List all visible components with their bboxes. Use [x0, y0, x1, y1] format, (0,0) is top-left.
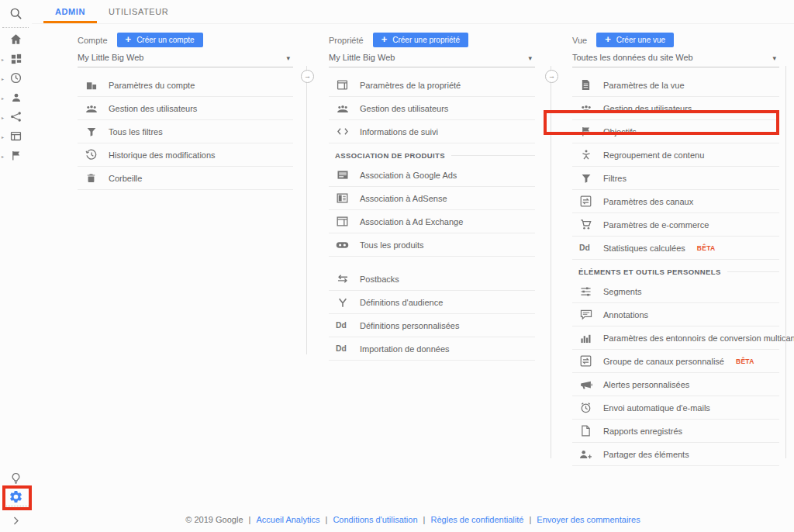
menu-item-importation-de-donnees[interactable]: DdImportation de données [329, 337, 535, 361]
menu-item-objectifs[interactable]: Objectifs [572, 120, 779, 143]
sidebar-item-conversions[interactable]: ▸ [0, 147, 32, 167]
code-icon [335, 126, 350, 138]
menu-item-corbeille[interactable]: Corbeille [78, 167, 293, 190]
search-icon [9, 7, 22, 23]
plus-icon: + [605, 34, 611, 44]
menu-item-parametres-du-compte[interactable]: Paramètres du compte [78, 74, 293, 97]
grid-icon [11, 54, 22, 67]
tab-admin[interactable]: ADMIN [43, 0, 97, 23]
footer-link-conditions-d-utilisation[interactable]: Conditions d'utilisation [333, 515, 417, 524]
bubble-icon [578, 309, 593, 321]
menu-item-partager-des-elements[interactable]: Partager des éléments [572, 443, 779, 466]
menu-item-historique-des-modifications[interactable]: Historique des modifications [78, 143, 293, 167]
footer-link-envoyer-des-commentaires[interactable]: Envoyer des commentaires [537, 515, 640, 524]
menu-item-statistiques-calculees[interactable]: DdStatistiques calculéesBÊTA [572, 237, 779, 260]
sidebar-item-audience[interactable]: ▸ [0, 89, 32, 109]
property-column: Propriété + Créer une propriété My Littl… [318, 31, 535, 361]
person-icon [11, 92, 22, 106]
sidebar-item-discover[interactable] [0, 470, 32, 489]
menu-item-parametres-de-la-propriete[interactable]: Paramètres de la propriété [329, 74, 535, 97]
menu-item-gestion-des-utilisateurs[interactable]: Gestion des utilisateurs [329, 97, 535, 120]
menu-item-association-a-ad-exchange[interactable]: Association à Ad Exchange [329, 210, 535, 233]
create-property-button[interactable]: + Créer une propriété [373, 33, 468, 47]
menu-item-definitions-d-audience[interactable]: Définitions d'audience [329, 291, 535, 314]
sidebar-item-acquisition[interactable]: ▸ [0, 109, 32, 128]
menu-item-filtres[interactable]: Filtres [572, 167, 779, 190]
view-menu-list: Paramètres de la vueGestion des utilisat… [572, 74, 779, 466]
menu-item-parametres-de-e-commerce[interactable]: Paramètres de e-commerce [572, 213, 779, 237]
footer-link-regles-de-confidentialite[interactable]: Règles de confidentialité [431, 515, 524, 524]
dd-icon: Dd [335, 343, 350, 355]
dropdown-caret-icon: ▾ [286, 54, 290, 62]
sidebar-item-collapse[interactable] [0, 513, 32, 531]
menu-item-postbacks[interactable]: Postbacks [329, 268, 535, 291]
sidebar-nav: ▸▸▸▸▸▸ [0, 31, 32, 167]
sidebar-item-home[interactable] [0, 31, 32, 50]
dropdown-caret-icon: ▾ [528, 54, 532, 62]
menu-item-alertes-personnalisees[interactable]: Alertes personnalisées [572, 373, 779, 396]
menu-item-parametres-de-la-vue[interactable]: Paramètres de la vue [572, 74, 779, 97]
cart-icon [578, 219, 593, 231]
account-column-label: Compte [78, 36, 108, 45]
sidebar-item-customization[interactable]: ▸ [0, 50, 32, 70]
menu-item-tous-les-produits[interactable]: Tous les produits [329, 233, 535, 257]
sidebar-item-behavior[interactable]: ▸ [0, 128, 32, 147]
column-divider [551, 66, 551, 458]
doc-icon [578, 425, 593, 437]
menu-item-gestion-des-utilisateurs[interactable]: Gestion des utilisateurs [78, 97, 293, 120]
menu-item-groupe-de-canaux-personnalise[interactable]: Groupe de canaux personnaliséBÊTA [572, 350, 779, 373]
sidebar-item-admin[interactable] [0, 489, 32, 507]
menu-item-regroupement-de-contenu[interactable]: Regroupement de contenu [572, 143, 779, 167]
expand-caret-icon: ▸ [2, 77, 4, 81]
menu-item-tous-les-filtres[interactable]: Tous les filtres [78, 120, 293, 143]
create-account-button[interactable]: + Créer un compte [117, 33, 203, 47]
section-heading-elements-et-outils-personnels: ÉLÉMENTS ET OUTILS PERSONNELS [572, 263, 779, 280]
bars-icon [578, 332, 593, 344]
menu-item-envoi-automatique-d-e-mails[interactable]: Envoi automatique d'e-mails [572, 396, 779, 420]
propwin-icon [335, 79, 350, 92]
copyright: © 2019 Google [185, 515, 243, 524]
window-icon [10, 130, 22, 145]
menu-item-parametres-des-canaux[interactable]: Paramètres des canaux [572, 190, 779, 213]
menu-item-parametres-des-entonnoirs-de-conversion-multicanaux[interactable]: Paramètres des entonnoirs de conversion … [572, 326, 779, 350]
history-icon [84, 149, 98, 161]
view-column-label: Vue [572, 36, 587, 45]
svg-text:Dd: Dd [336, 344, 347, 353]
sidebar-divider [2, 27, 29, 28]
menu-item-informations-de-suivi[interactable]: Informations de suivi [329, 120, 535, 143]
search-button[interactable] [0, 5, 32, 25]
menu-item-gestion-des-utilisateurs[interactable]: Gestion des utilisateurs [572, 97, 779, 120]
footer-link-accueil-analytics[interactable]: Accueil Analytics [257, 515, 320, 524]
tab-utilisateur[interactable]: UTILISATEUR [97, 0, 180, 23]
property-selector[interactable]: My Little Big Web ▾ [329, 50, 535, 67]
collapse-property-column-toggle[interactable]: → [545, 70, 558, 83]
clock-icon [10, 72, 22, 87]
collapse-account-column-toggle[interactable]: → [301, 70, 314, 83]
create-view-button[interactable]: + Créer une vue [596, 33, 674, 47]
property-column-label: Propriété [329, 36, 364, 45]
property-menu-list: Paramètres de la propriétéGestion des ut… [329, 74, 535, 361]
footer-separator: | [418, 515, 431, 524]
flag-icon [578, 126, 593, 138]
account-selector[interactable]: My Little Big Web ▾ [78, 50, 293, 67]
alarm-icon [578, 402, 593, 414]
funnel-icon [84, 126, 98, 138]
gear-icon [9, 489, 23, 507]
menu-item-association-a-adsense[interactable]: Association à AdSense [329, 187, 535, 210]
sidebar: ▸▸▸▸▸▸ [0, 0, 32, 532]
menu-item-association-a-google-ads[interactable]: Association à Google Ads [329, 164, 535, 187]
funnel-icon [578, 172, 593, 185]
menu-item-rapports-enregistres[interactable]: Rapports enregistrés [572, 420, 779, 443]
sidebar-item-realtime[interactable]: ▸ [0, 70, 32, 89]
menu-item-definitions-personnalisees[interactable]: DdDéfinitions personnalisées [329, 314, 535, 337]
menu-item-annotations[interactable]: Annotations [572, 303, 779, 326]
ads-icon [335, 169, 350, 181]
view-selector[interactable]: Toutes les données du site Web ▾ [572, 50, 779, 67]
channelbox-icon [578, 355, 593, 368]
menu-item-segments[interactable]: Segments [572, 280, 779, 303]
people-icon [578, 102, 593, 115]
beta-badge: BÊTA [736, 358, 754, 365]
beta-badge: BÊTA [697, 244, 716, 252]
dropdown-caret-icon: ▾ [772, 54, 776, 62]
column-scrollbar[interactable] [785, 66, 786, 458]
